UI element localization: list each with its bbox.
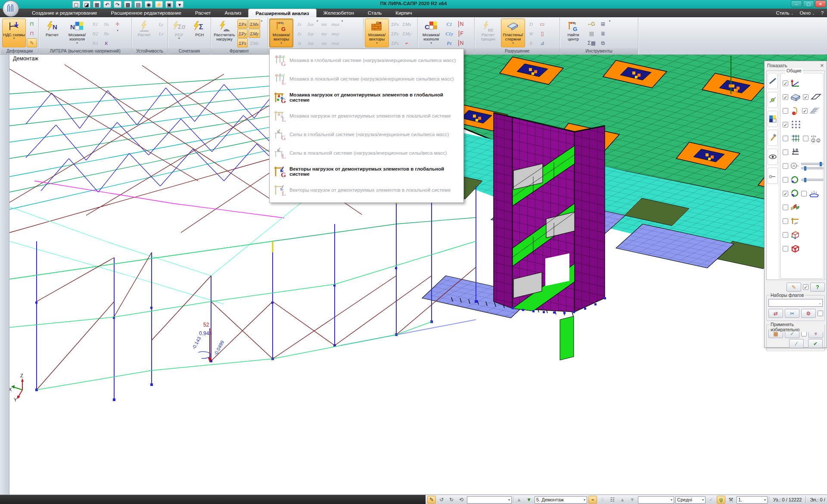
grid-tool-icon[interactable] xyxy=(0,74,9,83)
target-tool-icon[interactable] xyxy=(0,121,9,131)
menu-item-sily-global[interactable]: G Силы в глобальной системе (нагрузка/ин… xyxy=(270,125,463,143)
stage-down-icon[interactable]: ▼ xyxy=(525,496,533,504)
n2-button[interactable]: N2 xyxy=(90,29,100,38)
show-solid-checkbox[interactable] xyxy=(783,94,788,100)
hammer-tool[interactable] xyxy=(768,130,778,146)
menu-item-sily-local[interactable]: L Силы в локальной системе (нагрузка/ине… xyxy=(270,143,463,162)
show-lamp-checkbox[interactable] xyxy=(783,108,788,114)
mozaika-izopolya2-button[interactable]: C Мозаика/ изополя▾ xyxy=(419,19,443,47)
load-fd-icon[interactable]: ⎮F xyxy=(455,29,466,38)
tab-analiz[interactable]: Анализ xyxy=(218,9,249,17)
node-snap-icon[interactable]: ⌁ xyxy=(588,496,597,504)
spring-element-tool[interactable] xyxy=(768,92,778,108)
tri-down-tool-icon[interactable] xyxy=(0,254,9,263)
plus-tool-icon[interactable] xyxy=(0,149,9,159)
fence-icon[interactable]: ▤ xyxy=(586,29,597,38)
sum-py2-button[interactable]: ΣPy xyxy=(390,29,400,38)
show-crane-checkbox[interactable] xyxy=(783,218,788,224)
flag-sets-select[interactable]: ⌄ xyxy=(768,299,823,307)
mux-button[interactable]: mux xyxy=(330,19,341,28)
mozaika-vektory2-button[interactable]: Мозаика/ векторы▾ xyxy=(365,19,389,47)
structure-icon[interactable]: ☷ xyxy=(608,496,617,504)
tab-rasshirennyi-analiz[interactable]: Расширенный анализ xyxy=(248,9,316,17)
brush-button[interactable]: ∕ xyxy=(789,339,804,348)
show-labels-checkbox[interactable] xyxy=(783,163,788,169)
show-node-numbers-checkbox[interactable] xyxy=(803,136,808,141)
slider-2[interactable] xyxy=(801,167,824,169)
crane-small-icon[interactable]: ⌐G xyxy=(586,19,597,28)
menu-item-vektory-demontazh-global[interactable]: G Векторы нагрузок от демонтируемых элем… xyxy=(270,162,463,180)
ustoychivost-raschet-button[interactable]: Расчет xyxy=(133,19,155,47)
mx-button[interactable]: mx xyxy=(319,19,330,28)
n3-button[interactable]: N3 xyxy=(90,38,100,47)
muz-button[interactable]: muz xyxy=(330,38,341,47)
sum-mx-button[interactable]: ΣMx xyxy=(249,19,260,28)
jux-button[interactable]: Jux xyxy=(305,19,316,28)
arrow-cross-icon[interactable]: ✛ xyxy=(112,19,123,28)
rotate-reset-icon[interactable]: ⟲ xyxy=(457,496,466,504)
rhomb-tool-icon[interactable] xyxy=(0,187,9,197)
cross-select-icon[interactable] xyxy=(0,64,9,74)
ruler-h-icon[interactable]: ▭ xyxy=(537,19,547,28)
hatch-tool-icon[interactable] xyxy=(0,102,9,112)
ns-button[interactable]: Ns xyxy=(101,19,112,28)
mozaika-vektory-button-open[interactable]: G Мозаика/ векторы▾ xyxy=(269,19,293,47)
w-button[interactable]: W xyxy=(526,29,536,38)
show-plate-checkbox[interactable] xyxy=(803,94,808,100)
view-select[interactable]: ▾ xyxy=(467,496,512,504)
lasso-icon[interactable]: ◌ xyxy=(598,496,607,504)
sum-px2-button[interactable]: ΣPx xyxy=(390,19,400,28)
menu-item-mozaika-demontazh-local[interactable]: L Мозаика нагрузок от демонтируемых элем… xyxy=(270,106,463,125)
menu-item-mozaika-local[interactable]: L Мозаика в локальной системе (нагрузка/… xyxy=(270,69,463,88)
mesh-tool-icon[interactable] xyxy=(0,83,9,93)
edit-mode-icon[interactable]: ✎ xyxy=(427,496,436,504)
load-ne-icon[interactable]: ⎮N xyxy=(455,38,466,47)
maximize-button[interactable]: ▢ xyxy=(803,0,814,7)
tab-raschet[interactable]: Расчет xyxy=(188,9,218,17)
confirm-button[interactable]: ✔ xyxy=(808,339,823,348)
ruler-pencil-icon[interactable]: ✎ xyxy=(27,38,37,47)
layers-icon[interactable]: ⧉ xyxy=(598,38,608,47)
rsu-button[interactable]: Σσ РСУ▾ xyxy=(169,19,189,47)
show-rotate-checkbox[interactable] xyxy=(783,177,788,183)
tri-up-tool-icon[interactable] xyxy=(0,197,9,206)
pencil-tool-icon[interactable] xyxy=(0,140,9,149)
tab-kirpich[interactable]: Кирпич xyxy=(389,9,419,17)
sum-py-button[interactable]: ΣPy xyxy=(237,29,248,38)
minimize-button[interactable]: – xyxy=(791,0,802,7)
circle2-tool-icon[interactable] xyxy=(0,206,9,216)
show-cube-red-checkbox[interactable] xyxy=(783,246,788,252)
rasschitat-nagruzku-button[interactable]: Рассчитать нагрузку xyxy=(212,19,236,47)
select-arrow-icon[interactable] xyxy=(0,55,9,64)
show-mesh-checkbox[interactable] xyxy=(802,108,808,114)
help-menu[interactable]: ? xyxy=(821,9,824,17)
show-frame-nodes-checkbox[interactable] xyxy=(783,136,788,141)
diagonal-element-tool[interactable] xyxy=(768,73,778,89)
rect-tool-icon[interactable] xyxy=(0,178,9,187)
circle-tool-icon[interactable] xyxy=(0,131,9,140)
show-rotate1-checkbox[interactable] xyxy=(783,191,788,196)
wave-tool-icon[interactable] xyxy=(0,225,9,235)
app-logo[interactable] xyxy=(3,0,19,17)
fragment-tool-icon[interactable] xyxy=(0,93,9,102)
d-button[interactable]: D xyxy=(526,19,536,28)
erase-tool-icon[interactable] xyxy=(0,216,9,225)
tab-stal[interactable]: Сталь xyxy=(361,9,389,17)
litera-raschet-button[interactable]: N Расчет xyxy=(40,19,64,47)
angle-icon[interactable]: ⊿ xyxy=(537,38,547,47)
bar-tool-icon[interactable] xyxy=(0,235,9,244)
mz-button[interactable]: mz xyxy=(319,38,330,47)
window-menu[interactable]: Окно ⌄ xyxy=(800,9,815,17)
juy-button[interactable]: Juy xyxy=(305,29,316,38)
sum-my2-button[interactable]: ΣMy xyxy=(401,29,413,38)
jx-button[interactable]: Jx xyxy=(294,19,305,28)
n1-button[interactable]: N1 xyxy=(90,19,100,28)
show-scale-checkbox[interactable] xyxy=(783,149,788,155)
plant-growth-icon[interactable]: ψ xyxy=(717,496,725,504)
show-isofields-checkbox[interactable] xyxy=(783,205,788,210)
menu-item-vektory-demontazh-local[interactable]: L Векторы нагрузок от демонтируемых элем… xyxy=(270,180,463,199)
stage-up-icon[interactable]: ▲ xyxy=(515,496,523,504)
half-tool-icon[interactable] xyxy=(0,244,9,254)
jz-button[interactable]: Jz xyxy=(294,38,305,47)
box-tool-icon[interactable] xyxy=(0,159,9,168)
